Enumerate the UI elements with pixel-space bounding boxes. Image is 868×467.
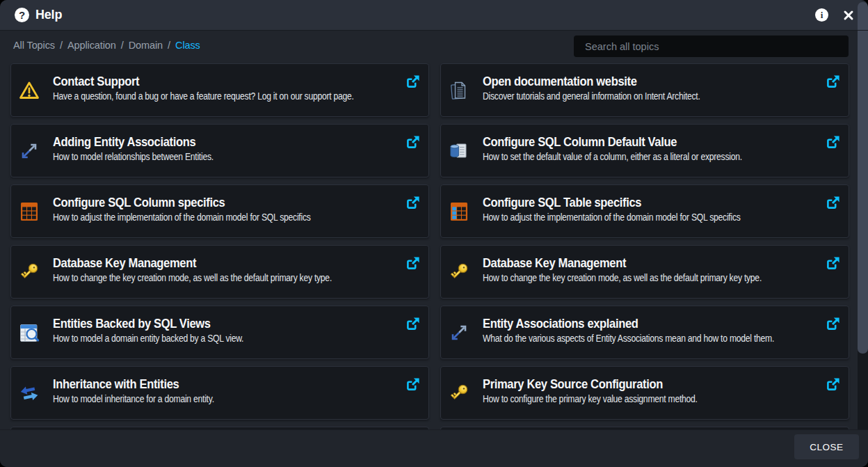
association-arrows-icon bbox=[447, 321, 471, 345]
key-icon bbox=[17, 260, 41, 284]
sql-table-grid-icon bbox=[447, 200, 471, 223]
footer-bar: CLOSE bbox=[0, 429, 868, 467]
external-link-icon[interactable] bbox=[405, 74, 420, 89]
help-card-configure-sql-column-specifics[interactable]: Configure SQL Column specificsHow to adj… bbox=[10, 184, 429, 238]
titlebar-divider bbox=[0, 30, 868, 31]
dialog-title: Help bbox=[35, 8, 62, 22]
help-card-open-documentation-website[interactable]: Open documentation websiteDiscover tutor… bbox=[440, 63, 849, 117]
breadcrumb: All Topics/Application/Domain/Class bbox=[13, 40, 200, 51]
card-description: How to model inheritance for a domain en… bbox=[53, 393, 214, 406]
breadcrumb-item-domain[interactable]: Domain bbox=[129, 40, 163, 51]
external-link-icon[interactable] bbox=[405, 135, 420, 150]
external-link-icon[interactable] bbox=[405, 317, 420, 331]
breadcrumb-separator: / bbox=[168, 40, 170, 51]
search-input[interactable] bbox=[574, 35, 849, 57]
card-title: Entity Associations explained bbox=[483, 317, 774, 331]
card-title: Contact Support bbox=[53, 74, 354, 88]
card-description: How to set the default value of a column… bbox=[483, 150, 742, 164]
breadcrumb-item-all-topics[interactable]: All Topics bbox=[13, 40, 55, 51]
card-title: Database Key Management bbox=[483, 256, 762, 270]
card-title: Database Key Management bbox=[53, 256, 332, 270]
help-card-inheritance-with-entities[interactable]: Inheritance with EntitiesHow to model in… bbox=[10, 366, 429, 420]
help-topics-grid: Contact SupportHave a question, found a … bbox=[10, 63, 849, 467]
inheritance-icon bbox=[17, 381, 41, 405]
card-title: Entities Backed by SQL Views bbox=[53, 317, 243, 331]
card-title: Configure SQL Column Default Value bbox=[483, 135, 742, 149]
external-link-icon[interactable] bbox=[826, 256, 840, 271]
key-icon bbox=[447, 260, 471, 284]
card-description: How to model relationships between Entit… bbox=[53, 150, 214, 164]
card-description: How to change the key creation mode, as … bbox=[53, 271, 332, 285]
help-card-primary-key-source-configuration[interactable]: Primary Key Source ConfigurationHow to c… bbox=[440, 366, 849, 420]
help-card-entities-backed-by-sql-views[interactable]: Entities Backed by SQL ViewsHow to model… bbox=[10, 306, 429, 359]
help-card-configure-sql-column-default-value[interactable]: Configure SQL Column Default ValueHow to… bbox=[440, 124, 849, 177]
external-link-icon[interactable] bbox=[826, 135, 840, 150]
help-card-database-key-management[interactable]: Database Key ManagementHow to change the… bbox=[440, 245, 849, 299]
card-title: Configure SQL Table specifics bbox=[483, 196, 741, 209]
breadcrumb-item-application[interactable]: Application bbox=[67, 40, 116, 51]
card-description: How to adjust the implementation of the … bbox=[483, 211, 741, 224]
help-card-database-key-management[interactable]: Database Key ManagementHow to change the… bbox=[10, 245, 429, 299]
card-description: How to configure the primary key value a… bbox=[483, 393, 698, 406]
external-link-icon[interactable] bbox=[405, 256, 420, 271]
card-title: Open documentation website bbox=[483, 74, 700, 88]
breadcrumb-item-class: Class bbox=[175, 40, 200, 51]
card-description: Have a question, found a bug or have a f… bbox=[53, 90, 354, 103]
card-description: How to adjust the implementation of the … bbox=[53, 211, 311, 224]
card-title: Inheritance with Entities bbox=[53, 377, 214, 391]
card-description: How to model a domain entity backed by a… bbox=[53, 332, 243, 345]
close-icon[interactable] bbox=[842, 9, 855, 22]
info-icon[interactable]: i bbox=[815, 8, 828, 22]
association-arrows-icon bbox=[17, 139, 41, 163]
breadcrumb-separator: / bbox=[121, 40, 124, 51]
external-link-icon[interactable] bbox=[826, 74, 840, 89]
title-bar: ? Help i bbox=[0, 0, 868, 30]
card-description: How to change the key creation mode, as … bbox=[483, 271, 762, 285]
card-title: Primary Key Source Configuration bbox=[483, 377, 698, 391]
help-circle-icon: ? bbox=[15, 8, 29, 22]
external-link-icon[interactable] bbox=[826, 317, 840, 331]
help-dialog: ? Help i All Topics/Application/Domain/C… bbox=[0, 0, 868, 467]
sql-view-icon bbox=[17, 321, 41, 345]
sql-column-default-icon bbox=[447, 139, 471, 163]
scrollbar-thumb[interactable] bbox=[858, 2, 868, 354]
sql-column-grid-icon bbox=[17, 200, 41, 223]
help-card-entity-associations-explained[interactable]: Entity Associations explainedWhat do the… bbox=[440, 306, 849, 359]
key-icon bbox=[447, 381, 471, 405]
external-link-icon[interactable] bbox=[405, 377, 420, 392]
breadcrumb-separator: / bbox=[60, 40, 63, 51]
documents-icon bbox=[447, 79, 471, 102]
help-card-adding-entity-associations[interactable]: Adding Entity AssociationsHow to model r… bbox=[10, 124, 429, 177]
warning-icon bbox=[17, 79, 41, 102]
external-link-icon[interactable] bbox=[405, 196, 420, 210]
card-description: Discover tutorials and general informati… bbox=[483, 90, 700, 103]
card-title: Configure SQL Column specifics bbox=[53, 196, 311, 209]
external-link-icon[interactable] bbox=[826, 196, 840, 210]
card-description: What do the various aspects of Entity As… bbox=[483, 332, 774, 345]
external-link-icon[interactable] bbox=[826, 377, 840, 392]
card-title: Adding Entity Associations bbox=[53, 135, 214, 149]
help-card-configure-sql-table-specifics[interactable]: Configure SQL Table specificsHow to adju… bbox=[440, 184, 849, 238]
close-button[interactable]: CLOSE bbox=[794, 434, 859, 459]
help-card-contact-support[interactable]: Contact SupportHave a question, found a … bbox=[10, 63, 429, 117]
